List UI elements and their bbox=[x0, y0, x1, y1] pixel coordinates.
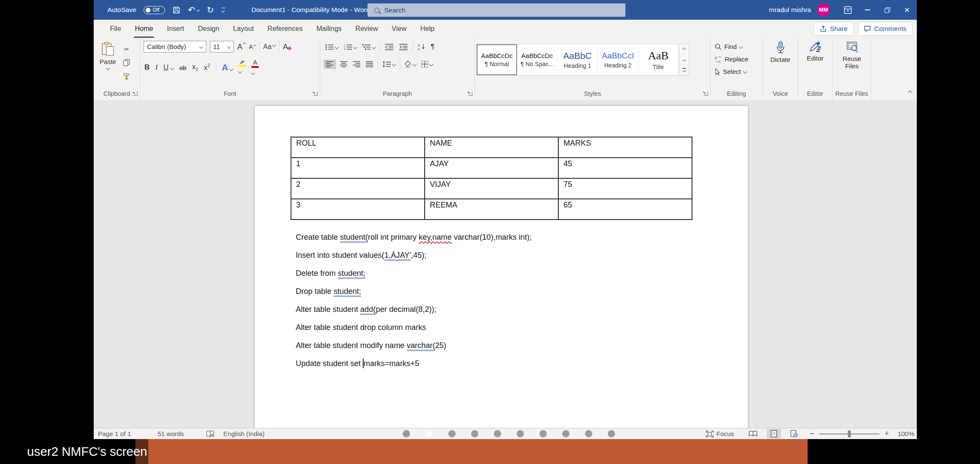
styles-scroll-down-button[interactable] bbox=[680, 55, 689, 65]
increase-indent-button[interactable] bbox=[398, 43, 409, 52]
print-layout-button[interactable] bbox=[767, 429, 781, 439]
document-line[interactable]: Drop table student; bbox=[296, 282, 532, 300]
style-item-no-spac[interactable]: AaBbCcDc¶ No Spac... bbox=[517, 44, 557, 75]
copy-button[interactable] bbox=[123, 59, 130, 67]
line-spacing-button[interactable] bbox=[382, 60, 396, 69]
subscript-button[interactable]: x2 bbox=[192, 63, 199, 72]
format-painter-button[interactable] bbox=[123, 73, 130, 82]
text-effects-button[interactable]: A bbox=[222, 63, 233, 73]
doc-table-cell[interactable]: 65 bbox=[558, 199, 692, 220]
bold-button[interactable]: B bbox=[144, 63, 150, 72]
tab-mailings[interactable]: Mailings bbox=[309, 20, 349, 38]
italic-button[interactable]: I bbox=[155, 63, 158, 72]
font-size-combo[interactable]: 11 bbox=[210, 41, 234, 52]
font-color-button[interactable]: A bbox=[251, 58, 259, 76]
page-indicator[interactable]: Page 1 of 1 bbox=[98, 430, 131, 437]
doc-table-header-cell[interactable]: ROLL bbox=[291, 137, 425, 158]
select-button[interactable]: Select bbox=[715, 68, 748, 75]
style-item-normal[interactable]: AaBbCcDc¶ Normal bbox=[477, 44, 517, 75]
zoom-in-button[interactable]: + bbox=[885, 429, 889, 438]
web-layout-button[interactable] bbox=[790, 430, 798, 437]
zoom-level[interactable]: 100% bbox=[898, 430, 914, 437]
align-center-button[interactable] bbox=[339, 60, 349, 69]
document-line[interactable]: Alter table student add(per decimal(8,2)… bbox=[296, 300, 532, 318]
tab-layout[interactable]: Layout bbox=[226, 20, 260, 38]
tab-insert[interactable]: Insert bbox=[160, 20, 191, 38]
document-page[interactable]: ROLLNAMEMARKS 1AJAY452VIJAY753REEMA65 Cr… bbox=[255, 106, 748, 428]
multilevel-list-button[interactable] bbox=[361, 43, 376, 52]
underline-button[interactable]: U bbox=[163, 63, 174, 72]
doc-table-cell[interactable]: 45 bbox=[558, 158, 692, 178]
comments-button[interactable]: Comments bbox=[858, 22, 913, 36]
tab-view[interactable]: View bbox=[385, 20, 413, 38]
zoom-out-button[interactable]: − bbox=[810, 429, 815, 438]
clear-formatting-button[interactable]: A bbox=[283, 43, 291, 51]
doc-table-header-cell[interactable]: MARKS bbox=[558, 137, 692, 158]
shrink-font-button[interactable]: A bbox=[249, 44, 256, 50]
save-button[interactable] bbox=[172, 0, 181, 20]
tab-references[interactable]: References bbox=[260, 20, 309, 38]
search-box[interactable]: Search bbox=[368, 3, 625, 17]
share-button[interactable]: Share bbox=[814, 22, 854, 36]
cut-button[interactable]: ✂ bbox=[124, 46, 129, 53]
autosave-toggle[interactable]: Off bbox=[144, 6, 165, 14]
style-item-heading-2[interactable]: AaBbCcIHeading 2 bbox=[598, 44, 638, 75]
show-paragraph-marks-button[interactable]: ¶ bbox=[430, 41, 435, 52]
document-line[interactable]: Delete from student; bbox=[296, 264, 532, 282]
superscript-button[interactable]: x2 bbox=[204, 63, 210, 72]
doc-table-cell[interactable]: 2 bbox=[291, 178, 425, 199]
zoom-slider[interactable] bbox=[819, 433, 879, 434]
focus-button[interactable]: Focus bbox=[706, 430, 734, 437]
document-line[interactable]: Insert into student values(1,ÁJAY',45); bbox=[296, 246, 532, 264]
decrease-indent-button[interactable] bbox=[384, 43, 395, 52]
highlight-button[interactable] bbox=[239, 60, 246, 75]
bullet-list-button[interactable] bbox=[325, 43, 339, 52]
undo-button[interactable]: ↶ bbox=[188, 6, 199, 14]
dictate-button[interactable]: Dictate bbox=[763, 41, 798, 63]
align-right-button[interactable] bbox=[352, 60, 361, 69]
doc-table-cell[interactable]: AJAY bbox=[425, 158, 558, 178]
document-line[interactable]: Alter table student modify name varchar(… bbox=[296, 336, 532, 354]
tab-review[interactable]: Review bbox=[349, 20, 385, 38]
restore-button[interactable] bbox=[877, 0, 897, 20]
minimize-button[interactable] bbox=[858, 0, 877, 20]
doc-table-header-cell[interactable]: NAME bbox=[425, 137, 558, 158]
justify-button[interactable] bbox=[365, 60, 374, 69]
editor-button[interactable]: Editor bbox=[798, 41, 832, 62]
borders-button[interactable] bbox=[420, 59, 434, 69]
user-name[interactable]: mradul mishra bbox=[769, 6, 811, 14]
word-count[interactable]: 51 words bbox=[158, 430, 184, 437]
paste-button[interactable]: Paste bbox=[96, 41, 119, 70]
read-mode-button[interactable] bbox=[749, 430, 757, 437]
sort-button[interactable]: AZ bbox=[417, 42, 426, 52]
doc-table-cell[interactable]: 75 bbox=[558, 178, 692, 199]
clipboard-dialog-launcher[interactable] bbox=[133, 92, 138, 96]
change-case-button[interactable]: Aa bbox=[263, 43, 276, 50]
repeat-button[interactable]: ↻ bbox=[207, 6, 214, 14]
align-left-button[interactable] bbox=[324, 60, 336, 69]
language-indicator[interactable]: English (India) bbox=[224, 430, 265, 437]
proofing-status-button[interactable] bbox=[206, 430, 215, 437]
document-line[interactable]: Create table student(roll int primary ke… bbox=[296, 228, 532, 246]
font-family-combo[interactable]: Calibri (Body) bbox=[144, 41, 206, 52]
close-button[interactable]: ✕ bbox=[897, 0, 917, 20]
tab-design[interactable]: Design bbox=[191, 20, 226, 38]
numbered-list-button[interactable]: 123 bbox=[343, 43, 358, 52]
find-button[interactable]: Find bbox=[715, 43, 748, 50]
zoom-slider-thumb[interactable] bbox=[848, 430, 851, 437]
styles-gallery-more-button[interactable] bbox=[680, 65, 689, 75]
grow-font-button[interactable]: A bbox=[237, 43, 245, 51]
replace-button[interactable]: bc Replace bbox=[715, 55, 748, 63]
paragraph-dialog-launcher[interactable] bbox=[468, 92, 472, 96]
quick-access-overflow-button[interactable] bbox=[221, 8, 225, 12]
reuse-files-button[interactable]: Reuse Files bbox=[835, 41, 869, 70]
tab-file[interactable]: File bbox=[103, 20, 128, 38]
style-item-title[interactable]: AaBTitle bbox=[638, 44, 679, 75]
shading-button[interactable] bbox=[404, 59, 417, 69]
tab-help[interactable]: Help bbox=[413, 20, 441, 38]
font-dialog-launcher[interactable] bbox=[313, 92, 318, 96]
doc-table-cell[interactable]: VIJAY bbox=[425, 178, 558, 199]
strikethrough-button[interactable]: ab bbox=[179, 64, 187, 71]
doc-table-cell[interactable]: 1 bbox=[291, 158, 425, 178]
ribbon-display-options-button[interactable] bbox=[838, 0, 858, 20]
